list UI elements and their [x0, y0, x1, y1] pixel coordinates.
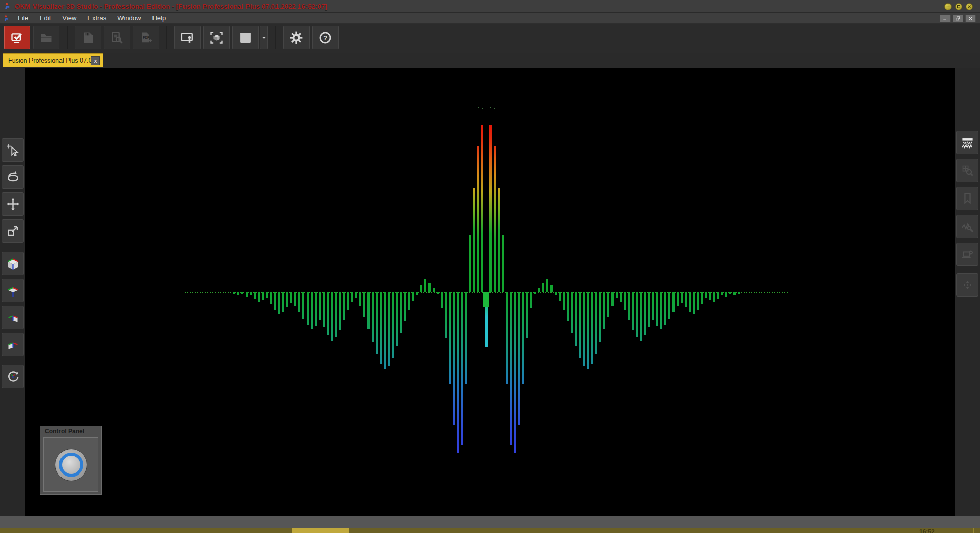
signal-bar	[396, 292, 398, 346]
signal-bar	[404, 292, 406, 321]
signal-bar	[616, 292, 618, 298]
righttool-grid-zoom-button[interactable]	[956, 159, 978, 182]
toolbar-background-color-button[interactable]	[232, 26, 259, 49]
signal-bar	[664, 292, 666, 325]
signal-bar	[477, 146, 479, 292]
view-side-l-icon	[6, 338, 20, 351]
signal-bar	[729, 292, 731, 294]
signal-bar	[302, 292, 304, 319]
toolbar-scan-report-button[interactable]	[104, 26, 130, 49]
toolbar-separator	[275, 26, 276, 49]
scale-arrow-icon	[6, 224, 20, 238]
signal-bar	[254, 292, 256, 299]
signal-bar	[733, 292, 736, 295]
taskbar-divider	[973, 528, 974, 533]
lefttool-select-button[interactable]	[2, 138, 24, 162]
signal-bar	[433, 288, 435, 292]
menu-item-extras[interactable]: Extras	[82, 13, 112, 23]
toolbar-settings-button[interactable]	[283, 26, 310, 49]
menu-item-help[interactable]: Help	[146, 13, 171, 23]
toolbar-touch-mode-button[interactable]	[174, 26, 201, 49]
swatch-icon	[238, 31, 253, 45]
pdf-export-icon: PDF	[139, 31, 153, 45]
signal-bar	[428, 283, 431, 292]
signal-bar	[575, 292, 577, 346]
win-close-icon	[967, 4, 972, 9]
taskbar-active-item[interactable]	[292, 528, 349, 533]
sd-card-icon	[81, 31, 95, 45]
cube-select-icon	[209, 31, 224, 45]
signal-bar	[380, 292, 382, 364]
window-minimize-button[interactable]	[944, 3, 952, 10]
lefttool-scale-button[interactable]	[2, 219, 24, 243]
caret-down-icon	[261, 35, 267, 41]
window-controls	[944, 3, 973, 10]
control-panel-window: Control Panel	[40, 426, 102, 495]
signal-bar	[620, 292, 622, 302]
taskbar-clock: 16:52	[919, 528, 935, 533]
signal-bar	[250, 292, 252, 295]
toolbar-export-pdf-button[interactable]: PDF	[133, 26, 159, 49]
signal-bar	[652, 292, 654, 320]
signal-bar	[644, 292, 646, 335]
tab-close-button[interactable]: x	[91, 56, 100, 65]
power-button-ring	[59, 453, 83, 477]
signal-bar	[705, 292, 707, 298]
signal-bar	[538, 288, 540, 292]
mdi-restore-button[interactable]	[953, 15, 963, 22]
taskbar: 16:52	[0, 528, 980, 533]
righttool-ground-level-button[interactable]	[956, 131, 978, 154]
toolbar-save-scan-button[interactable]	[75, 26, 101, 49]
righttool-device-options-button[interactable]	[956, 243, 978, 266]
signal-bar	[583, 292, 585, 366]
toolbar-fit-view-3d-button[interactable]	[203, 26, 230, 49]
toolbar-connect-device-button[interactable]	[4, 26, 30, 49]
lefttool-move-button[interactable]	[2, 192, 24, 216]
menu-item-edit[interactable]: Edit	[34, 13, 56, 23]
signal-bar	[555, 292, 557, 295]
signal-bar	[307, 292, 309, 325]
titlebar: OKM Visualizer 3D Studio - Professional …	[0, 0, 980, 13]
move-cross-icon	[6, 197, 20, 211]
signal-bar	[449, 292, 451, 384]
lefttool-view-side-left-button[interactable]	[2, 333, 24, 356]
signal-bar	[274, 292, 276, 310]
signal-bar	[270, 292, 272, 304]
righttool-signal-correction-button[interactable]	[956, 215, 978, 238]
righttool-pan-view-button[interactable]	[956, 273, 978, 297]
signal-bar	[412, 292, 414, 301]
toolbar-open-file-button[interactable]	[33, 26, 59, 49]
rotate-3d-icon	[6, 170, 20, 184]
mdi-close-button[interactable]	[965, 15, 976, 22]
lefttool-view-3d-button[interactable]	[2, 252, 24, 275]
menu-item-file[interactable]: File	[12, 13, 34, 23]
doc-search-icon	[110, 31, 124, 45]
signal-bar	[437, 292, 439, 294]
lefttool-view-side-right-button[interactable]	[2, 306, 24, 329]
signal-bar	[351, 292, 353, 302]
mdi-minimize-button[interactable]	[940, 15, 951, 22]
window-close-button[interactable]	[966, 3, 973, 10]
menu-item-window[interactable]: Window	[112, 13, 146, 23]
signal-bar	[335, 292, 337, 337]
signal-center-cursor	[483, 292, 489, 307]
window-maximize-button[interactable]	[955, 3, 962, 10]
scan-canvas-3d[interactable]	[25, 68, 955, 516]
folder-icon	[39, 31, 53, 45]
control-panel-power-button[interactable]	[55, 449, 87, 481]
toolbar-help-button[interactable]: ?	[312, 26, 339, 49]
document-tab[interactable]: Fusion Professional Plus 07.0... x	[3, 53, 103, 67]
toolbar-background-color-dropdown[interactable]	[260, 26, 268, 49]
toolbar-buttons: PDF?	[4, 26, 339, 49]
lefttool-rotate-button[interactable]	[2, 165, 24, 189]
righttool-bookmark-button[interactable]	[956, 187, 978, 210]
lefttool-reset-rotation-button[interactable]	[2, 365, 24, 388]
signal-bar	[677, 292, 679, 306]
menu-item-view[interactable]: View	[56, 13, 82, 23]
lefttool-view-top-button[interactable]	[2, 279, 24, 302]
signal-bar	[632, 292, 634, 330]
menubar: FileEditViewExtrasWindowHelp	[0, 13, 980, 24]
signal-bar	[290, 292, 292, 303]
signal-bar	[534, 292, 536, 294]
signal-bar	[530, 292, 532, 308]
